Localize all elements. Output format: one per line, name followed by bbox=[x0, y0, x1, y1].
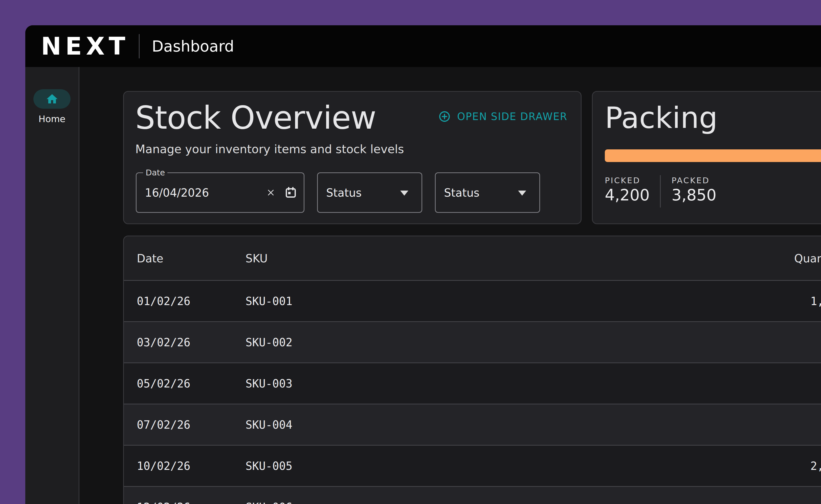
table-header-sku: SKU bbox=[245, 252, 268, 265]
status-select-2[interactable]: Status bbox=[435, 172, 540, 213]
packing-progress-bar bbox=[605, 149, 821, 162]
date-field-label: Date bbox=[143, 168, 167, 177]
cell-sku: SKU-003 bbox=[245, 377, 292, 390]
picked-label: PICKED bbox=[605, 176, 641, 185]
table-header-date: Date bbox=[137, 252, 163, 265]
cell-date: 05/02/26 bbox=[137, 377, 190, 390]
app-window: NEXT Dashboard Home Stock Overview bbox=[25, 25, 821, 504]
cell-quantity: 2, bbox=[810, 460, 821, 472]
cell-date: 10/02/26 bbox=[137, 460, 190, 472]
cell-date: 01/02/26 bbox=[137, 295, 190, 308]
stock-overview-title: Stock Overview bbox=[135, 101, 376, 134]
date-field[interactable]: Date 16/04/2026 bbox=[136, 172, 304, 213]
open-side-drawer-button[interactable]: OPEN SIDE DRAWER bbox=[439, 110, 567, 123]
cell-date: 07/02/26 bbox=[137, 418, 190, 431]
status-select-2-value: Status bbox=[444, 186, 480, 199]
table-row[interactable]: 05/02/26 SKU-003 bbox=[124, 362, 821, 404]
plus-circle-icon bbox=[439, 110, 451, 123]
open-side-drawer-label: OPEN SIDE DRAWER bbox=[457, 111, 567, 122]
stock-overview-subtitle: Manage your inventory items and stock le… bbox=[135, 142, 404, 156]
table-row[interactable]: 10/02/26 SKU-005 2, bbox=[124, 445, 821, 486]
chevron-down-icon bbox=[400, 191, 408, 196]
sidebar: Home bbox=[25, 67, 79, 504]
cell-sku: SKU-002 bbox=[245, 336, 292, 349]
stat-divider bbox=[660, 175, 661, 208]
sidebar-item-home[interactable]: Home bbox=[25, 89, 79, 124]
stock-table-card: Date SKU Quantity 01/02/26 SKU-001 1, 03… bbox=[123, 236, 821, 504]
sidebar-item-home-label: Home bbox=[25, 114, 79, 124]
packed-label: PACKED bbox=[672, 176, 710, 185]
app-bar: NEXT Dashboard bbox=[25, 25, 821, 67]
brand-logo: NEXT bbox=[41, 34, 129, 58]
table-row[interactable]: 01/02/26 SKU-001 1, bbox=[124, 280, 821, 321]
table-row[interactable]: 03/02/26 SKU-002 bbox=[124, 321, 821, 362]
cell-sku: SKU-001 bbox=[245, 295, 292, 308]
status-select-1[interactable]: Status bbox=[317, 172, 422, 213]
cell-sku: SKU-005 bbox=[245, 460, 292, 472]
date-field-value[interactable]: 16/04/2026 bbox=[145, 186, 209, 199]
page-title: Dashboard bbox=[152, 39, 234, 54]
cell-date: 03/02/26 bbox=[137, 336, 190, 349]
table-header-quantity: Quantity bbox=[794, 252, 821, 265]
cell-date: 12/02/26 bbox=[137, 501, 190, 504]
status-select-1-value: Status bbox=[326, 186, 361, 199]
packing-card: Packing PICKED 4,200 PACKED 3,850 bbox=[592, 91, 821, 224]
table-header-row: Date SKU Quantity bbox=[124, 236, 821, 280]
home-icon bbox=[45, 93, 59, 106]
brand-divider bbox=[139, 34, 140, 58]
table-row[interactable]: 12/02/26 SKU-006 bbox=[124, 486, 821, 504]
clear-date-icon[interactable] bbox=[266, 188, 275, 197]
home-pill[interactable] bbox=[33, 89, 71, 109]
filter-fields: Date 16/04/2026 bbox=[136, 172, 540, 213]
calendar-icon[interactable] bbox=[284, 186, 297, 199]
packing-title: Packing bbox=[605, 102, 718, 133]
cell-quantity: 1, bbox=[810, 295, 821, 308]
picked-value: 4,200 bbox=[605, 186, 650, 204]
chevron-down-icon bbox=[518, 191, 526, 196]
table-row[interactable]: 07/02/26 SKU-004 bbox=[124, 404, 821, 445]
cell-sku: SKU-006 bbox=[245, 501, 292, 504]
cell-sku: SKU-004 bbox=[245, 418, 292, 431]
stock-overview-card: Stock Overview OPEN SIDE DRAWER Manage y… bbox=[123, 91, 582, 224]
desktop: { "header": { "brand": "NEXT", "title": … bbox=[0, 0, 821, 504]
packed-value: 3,850 bbox=[672, 186, 717, 204]
